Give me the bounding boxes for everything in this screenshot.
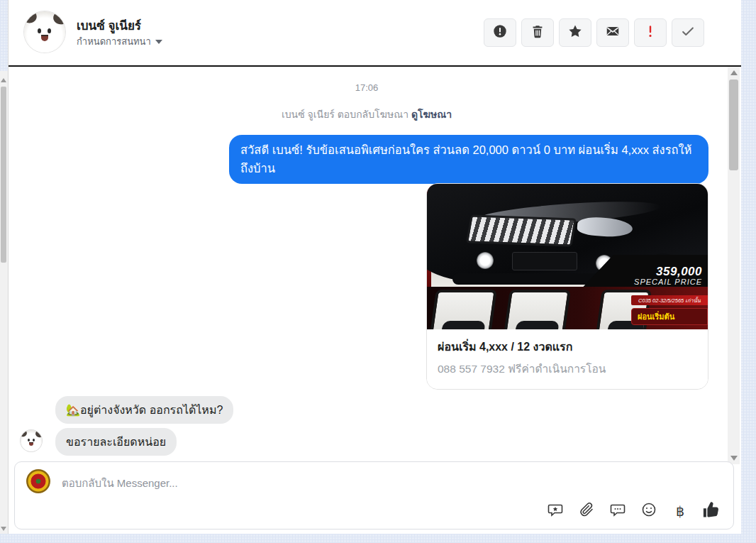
scroll-up-arrow-icon[interactable] (730, 70, 738, 75)
emoji-button[interactable] (640, 502, 658, 520)
avatar[interactable] (24, 11, 65, 53)
timestamp: 17:06 (9, 82, 725, 93)
scroll-down-arrow-icon[interactable] (1, 527, 6, 531)
car-foglight (477, 252, 494, 269)
incoming-message-bubble[interactable]: ขอรายละเอียดหน่อย (55, 428, 177, 456)
schedule-menu-label: กำหนดการสนทนา (77, 34, 151, 49)
left-panel-scrollbar[interactable] (0, 71, 8, 534)
avatar (21, 430, 42, 451)
report-button[interactable] (484, 18, 516, 47)
car-thumbnail (503, 290, 571, 329)
thumbs-up-icon (701, 500, 721, 522)
incoming-message-bubble[interactable]: 🏡อยู่ต่างจังหวัด ออกรถได้ไหม? (55, 396, 233, 424)
comment-button[interactable] (608, 502, 627, 520)
scroll-down-arrow-icon[interactable] (730, 456, 738, 461)
schedule-conversation-menu[interactable]: กำหนดการสนทนา (77, 34, 162, 49)
outgoing-message-bubble[interactable]: สวัสดี เบนซ์! รับข้อเสนอพิเศษก่อนใคร ส่ว… (229, 135, 708, 184)
scrollbar-thumb[interactable] (1, 87, 6, 263)
comment-star-icon (547, 501, 564, 521)
payment-button[interactable]: ฿ (671, 502, 689, 520)
page-background: เบนซ์ จูเนียร์ กำหนดการสนทนา (0, 0, 756, 543)
ad-context-text: เบนซ์ จูเนียร์ ตอบกลับโฆษณา (282, 109, 408, 120)
star-button[interactable] (559, 18, 591, 47)
ad-card-footer[interactable]: ผ่อนเริ่ม 4,xxx / 12 งวดแรก 088 557 7932… (427, 329, 708, 389)
chevron-down-icon (155, 40, 162, 44)
attach-file-button[interactable] (577, 502, 596, 520)
scroll-up-arrow-icon[interactable] (1, 78, 6, 82)
like-button[interactable] (702, 502, 721, 520)
price-label-overlay: SPECAIL PRICE (582, 278, 702, 286)
ad-card-title: ผ่อนเริ่ม 4,xxx / 12 งวดแรก (438, 338, 697, 356)
check-icon (680, 23, 696, 42)
reply-input[interactable]: ตอบกลับใน Messenger... (62, 475, 178, 492)
comment-dots-icon (609, 501, 626, 521)
mark-unread-button[interactable] (596, 18, 629, 47)
chat-scrollbar[interactable] (728, 67, 740, 464)
envelope-icon (605, 23, 621, 42)
contact-name[interactable]: เบนซ์ จูเนียร์ (77, 16, 141, 35)
mark-done-button[interactable] (672, 18, 704, 47)
header-action-bar (484, 18, 704, 47)
car-plate (512, 252, 577, 270)
car-ad-image[interactable]: 359,000 SPECAIL PRICE โปรโมชั่น ผ่อนฟรี … (427, 184, 708, 329)
star-icon (567, 23, 583, 42)
car-thumbnail (429, 290, 497, 329)
scrollbar-thumb[interactable] (729, 79, 738, 170)
smiley-icon (640, 501, 657, 521)
saved-replies-button[interactable] (546, 502, 565, 520)
header-divider (9, 65, 741, 67)
code-ribbon: C035 02-32/5/2565 เก่านั้น (631, 295, 708, 305)
exclamation-circle-icon (492, 23, 508, 42)
composer-toolbar: ฿ (546, 502, 721, 520)
baht-icon: ฿ (676, 503, 684, 520)
car-grille (466, 214, 577, 246)
conversation-header: เบนซ์ จูเนียร์ กำหนดการสนทนา (9, 0, 741, 65)
price-overlay: 359,000 (582, 265, 702, 279)
ad-context-line: เบนซ์ จูเนียร์ ตอบกลับโฆษณา ดูโฆษณา (9, 106, 725, 122)
flag-important-button[interactable] (634, 18, 667, 47)
view-ad-link[interactable]: ดูโฆษณา (411, 109, 452, 120)
paperclip-icon (578, 501, 595, 521)
ad-card-subtitle: 088 557 7932 ฟรีค่าดำเนินการโอน (438, 360, 697, 378)
delete-button[interactable] (521, 18, 554, 47)
ad-card[interactable]: 359,000 SPECAIL PRICE โปรโมชั่น ผ่อนฟรี … (426, 183, 708, 390)
installment-banner: ผ่อนเริ่มต้น (631, 308, 708, 325)
reply-composer[interactable]: ตอบกลับใน Messenger... (14, 461, 734, 530)
red-exclamation-icon (643, 23, 658, 42)
trash-icon (530, 23, 545, 42)
page-avatar (26, 469, 50, 493)
